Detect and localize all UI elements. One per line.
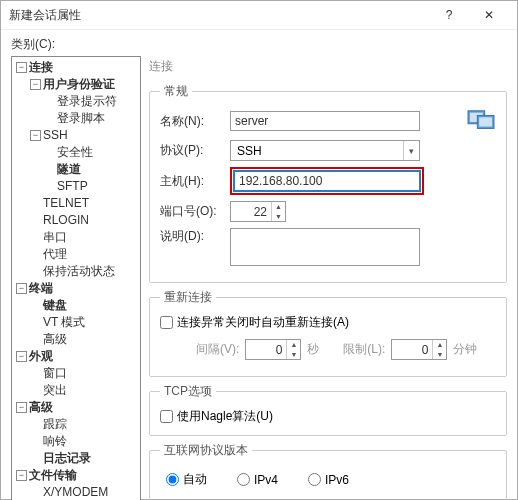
reconnect-checkbox-label: 连接异常关闭时自动重新连接(A) (177, 314, 349, 331)
interval-label: 间隔(V): (196, 341, 239, 358)
collapse-icon[interactable]: − (30, 130, 41, 141)
tree-serial[interactable]: 串口 (28, 229, 140, 246)
collapse-icon[interactable]: − (16, 351, 27, 362)
spin-up-icon[interactable]: ▲ (272, 202, 285, 212)
category-tree[interactable]: −连接 −用户身份验证 登录提示符 登录脚本 −SSH (11, 56, 141, 500)
dialog: 新建会话属性 ? ✕ 类别(C): −连接 −用户身份验证 登录提示符 登录脚本 (0, 0, 518, 500)
name-label: 名称(N): (160, 113, 224, 130)
limit-label: 限制(L): (343, 341, 385, 358)
spin-down-icon[interactable]: ▼ (272, 212, 285, 222)
category-label: 类别(C): (11, 36, 507, 53)
host-label: 主机(H): (160, 173, 224, 190)
computer-icon (466, 108, 496, 134)
dialog-body: 类别(C): −连接 −用户身份验证 登录提示符 登录脚本 (1, 30, 517, 500)
tree-login-prompt[interactable]: 登录提示符 (42, 93, 140, 110)
host-highlight (230, 167, 424, 195)
tree-ssh[interactable]: −SSH (28, 127, 140, 144)
main-area: −连接 −用户身份验证 登录提示符 登录脚本 −SSH (11, 56, 507, 500)
tree-login-script[interactable]: 登录脚本 (42, 110, 140, 127)
tree-filetransfer[interactable]: −文件传输 (14, 467, 140, 484)
reconnect-legend: 重新连接 (160, 289, 216, 306)
tree-tunnel[interactable]: 隧道 (42, 161, 140, 178)
tree-trace[interactable]: 跟踪 (28, 416, 140, 433)
tree-xymodem[interactable]: X/YMODEM (28, 484, 140, 500)
tree-keepalive[interactable]: 保持活动状态 (28, 263, 140, 280)
tree-terminal[interactable]: −终端 (14, 280, 140, 297)
tree-rlogin[interactable]: RLOGIN (28, 212, 140, 229)
tree-highlight[interactable]: 突出 (28, 382, 140, 399)
tree-appearance[interactable]: −外观 (14, 348, 140, 365)
reconnect-checkbox[interactable] (160, 316, 173, 329)
ipver-legend: 互联网协议版本 (160, 442, 252, 459)
interval-spinner: ▲▼ (245, 339, 301, 360)
name-input[interactable] (230, 111, 420, 131)
sec-label: 秒 (307, 341, 319, 358)
port-label: 端口号(O): (160, 203, 224, 220)
dialog-title: 新建会话属性 (9, 7, 429, 24)
port-input[interactable] (231, 202, 271, 221)
tree-auth[interactable]: −用户身份验证 (28, 76, 140, 93)
tree-advanced2[interactable]: −高级 (14, 399, 140, 416)
tcp-legend: TCP选项 (160, 383, 216, 400)
general-group: 常规 名称(N): 协议(P): SSH ▾ (149, 83, 507, 283)
collapse-icon[interactable]: − (16, 62, 27, 73)
tree-window[interactable]: 窗口 (28, 365, 140, 382)
titlebar: 新建会话属性 ? ✕ (1, 1, 517, 30)
protocol-combo[interactable]: SSH ▾ (230, 140, 420, 161)
tree-security[interactable]: 安全性 (42, 144, 140, 161)
collapse-icon[interactable]: − (30, 79, 41, 90)
tree-sftp[interactable]: SFTP (42, 178, 140, 195)
help-button[interactable]: ? (429, 1, 469, 29)
tree-telnet[interactable]: TELNET (28, 195, 140, 212)
nagle-checkbox[interactable] (160, 410, 173, 423)
desc-label: 说明(D): (160, 228, 224, 245)
svg-rect-3 (479, 117, 492, 126)
panel-title: 连接 (149, 56, 507, 77)
ipver-group: 互联网协议版本 自动 IPv4 IPv6 (149, 442, 507, 500)
desc-input[interactable] (230, 228, 420, 266)
close-button[interactable]: ✕ (469, 1, 509, 29)
tree-vt[interactable]: VT 模式 (28, 314, 140, 331)
tree-bell[interactable]: 响铃 (28, 433, 140, 450)
nagle-label: 使用Nagle算法(U) (177, 408, 273, 425)
min-label: 分钟 (453, 341, 477, 358)
collapse-icon[interactable]: − (16, 283, 27, 294)
general-legend: 常规 (160, 83, 192, 100)
limit-spinner: ▲▼ (391, 339, 447, 360)
tree-proxy[interactable]: 代理 (28, 246, 140, 263)
tcp-group: TCP选项 使用Nagle算法(U) (149, 383, 507, 436)
reconnect-group: 重新连接 连接异常关闭时自动重新连接(A) 间隔(V): ▲▼ 秒 (149, 289, 507, 377)
chevron-down-icon: ▾ (403, 141, 419, 160)
radio-auto[interactable]: 自动 (166, 471, 207, 488)
host-input[interactable] (234, 171, 420, 191)
tree-connection[interactable]: −连接 (14, 59, 140, 76)
tree-advanced1[interactable]: 高级 (28, 331, 140, 348)
protocol-label: 协议(P): (160, 142, 224, 159)
collapse-icon[interactable]: − (16, 402, 27, 413)
radio-ipv4[interactable]: IPv4 (237, 473, 278, 487)
radio-ipv6[interactable]: IPv6 (308, 473, 349, 487)
port-spinner[interactable]: ▲▼ (230, 201, 286, 222)
right-panel: 连接 常规 名称(N): 协议(P): SSH ▾ (149, 56, 507, 500)
tree-keyboard[interactable]: 键盘 (28, 297, 140, 314)
collapse-icon[interactable]: − (16, 470, 27, 481)
tree-log[interactable]: 日志记录 (28, 450, 140, 467)
